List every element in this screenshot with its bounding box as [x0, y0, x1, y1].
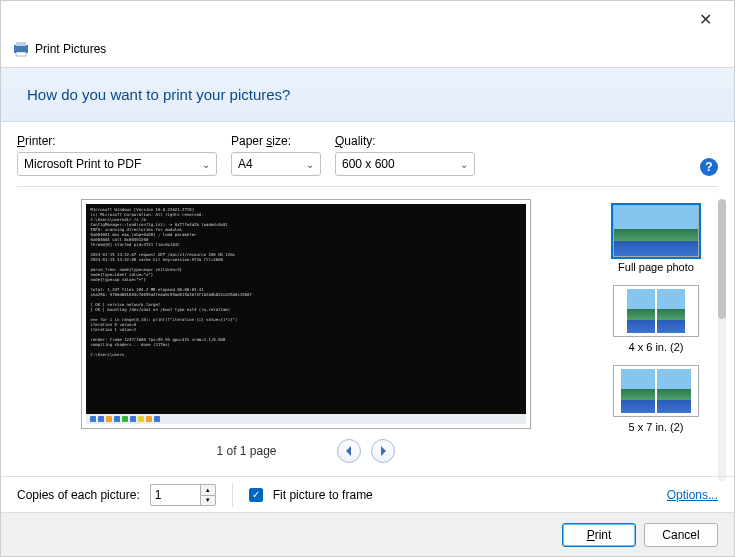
- next-page-button[interactable]: [371, 439, 395, 463]
- help-icon[interactable]: ?: [700, 158, 718, 176]
- layout-label: 5 x 7 in. (2): [628, 421, 683, 433]
- action-bar: Print Cancel: [1, 512, 734, 556]
- divider: [17, 186, 718, 187]
- chevron-down-icon: ⌄: [460, 159, 468, 170]
- pager-label: 1 of 1 page: [216, 444, 276, 458]
- svg-rect-2: [16, 52, 26, 56]
- heading-banner: How do you want to print your pictures?: [1, 67, 734, 122]
- preview-pane: Microsoft Windows [Version 10.0.22621.27…: [17, 199, 594, 481]
- options-link[interactable]: Options...: [667, 488, 718, 502]
- heading-text: How do you want to print your pictures?: [27, 86, 290, 103]
- layout-5x7[interactable]: 5 x 7 in. (2): [606, 363, 706, 435]
- window-title: Print Pictures: [35, 42, 106, 56]
- chevron-down-icon: ⌄: [202, 159, 210, 170]
- paper-size-label: Paper size:: [231, 134, 321, 148]
- layout-full-page-photo[interactable]: Full page photo: [606, 203, 706, 275]
- layout-label: Full page photo: [618, 261, 694, 273]
- printer-dropdown[interactable]: Microsoft Print to PDF ⌄: [17, 152, 217, 176]
- bottom-bar: Copies of each picture: ▲ ▼ ✓ Fit pictur…: [1, 476, 734, 512]
- copies-down-button[interactable]: ▼: [200, 495, 216, 506]
- controls-row: Printer: Microsoft Print to PDF ⌄ Paper …: [1, 122, 734, 182]
- prev-page-button[interactable]: [337, 439, 361, 463]
- printer-value: Microsoft Print to PDF: [24, 157, 196, 171]
- title-bar: ✕: [1, 1, 734, 37]
- print-button[interactable]: Print: [562, 523, 636, 547]
- layout-label: 4 x 6 in. (2): [628, 341, 683, 353]
- copies-spinner[interactable]: ▲ ▼: [150, 484, 216, 506]
- layout-4x6[interactable]: 4 x 6 in. (2): [606, 283, 706, 355]
- scrollbar[interactable]: [718, 199, 726, 481]
- preview-image: Microsoft Windows [Version 10.0.22621.27…: [86, 204, 526, 414]
- preview-taskbar: [86, 414, 526, 424]
- chevron-down-icon: ⌄: [306, 159, 314, 170]
- divider: [232, 483, 233, 507]
- main-area: Microsoft Windows [Version 10.0.22621.27…: [1, 191, 734, 481]
- copies-input[interactable]: [150, 484, 200, 506]
- quality-value: 600 x 600: [342, 157, 454, 171]
- printer-label: Printer:: [17, 134, 217, 148]
- quality-dropdown[interactable]: 600 x 600 ⌄: [335, 152, 475, 176]
- pager: 1 of 1 page: [216, 439, 394, 463]
- fit-to-frame-label: Fit picture to frame: [273, 488, 373, 502]
- header: Print Pictures: [1, 37, 734, 67]
- paper-size-value: A4: [238, 157, 300, 171]
- close-icon[interactable]: ✕: [689, 6, 722, 33]
- cancel-button[interactable]: Cancel: [644, 523, 718, 547]
- print-pictures-icon: [13, 41, 29, 57]
- copies-up-button[interactable]: ▲: [200, 484, 216, 495]
- layout-side-panel: Full page photo 4 x 6 in. (2) 5 x 7 in. …: [594, 199, 716, 481]
- svg-rect-1: [16, 42, 26, 46]
- copies-label: Copies of each picture:: [17, 488, 140, 502]
- paper-size-dropdown[interactable]: A4 ⌄: [231, 152, 321, 176]
- preview-frame: Microsoft Windows [Version 10.0.22621.27…: [81, 199, 531, 429]
- fit-to-frame-checkbox[interactable]: ✓: [249, 488, 263, 502]
- quality-label: Quality:: [335, 134, 475, 148]
